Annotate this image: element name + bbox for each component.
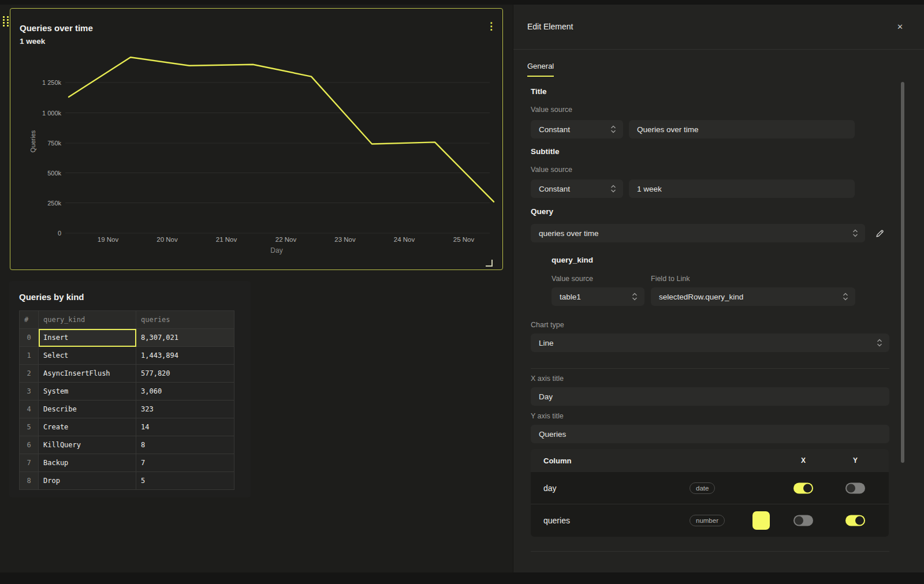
drag-handle-icon[interactable] <box>2 16 9 27</box>
x-tick-label: 21 Nov <box>208 235 245 244</box>
column-name: day <box>543 484 557 493</box>
x-tick-label: 24 Nov <box>386 235 423 244</box>
x-tick-label: 20 Nov <box>149 235 186 244</box>
x-tick-label: 22 Nov <box>267 235 304 244</box>
tab-general[interactable]: General <box>527 62 554 77</box>
queries-value-cell[interactable]: 323 <box>136 400 234 418</box>
query-kind-cell[interactable]: System <box>39 383 136 400</box>
queries-value-cell[interactable]: 8,307,021 <box>136 329 234 347</box>
subtitle-source-value: Constant <box>539 185 570 193</box>
query-select[interactable]: queries over time <box>531 224 865 242</box>
toggle-knob <box>795 516 803 525</box>
queries-value-cell[interactable]: 3,060 <box>136 383 234 400</box>
type-badge: number <box>690 515 725 526</box>
column-row-day: day date <box>531 472 889 504</box>
x-tick-label: 25 Nov <box>445 235 482 244</box>
row-index-cell: 1 <box>20 347 39 365</box>
column-header-label: Column <box>543 456 571 465</box>
value-source-label: Value source <box>531 165 572 174</box>
y-toggle[interactable] <box>845 515 865 526</box>
subtitle-source-select[interactable]: Constant <box>531 179 623 198</box>
query-kind-cell[interactable]: Insert <box>39 329 136 347</box>
toggle-knob <box>855 516 864 525</box>
table-column-header: query_kind <box>39 311 136 329</box>
table-row[interactable]: 5Create14 <box>20 418 234 436</box>
y-toggle[interactable] <box>845 482 865 493</box>
query-kind-source-select[interactable]: table1 <box>552 287 644 306</box>
chevron-updown-icon <box>610 185 616 193</box>
chart-type-label: Chart type <box>531 320 564 330</box>
y-axis-title-value: Queries <box>539 430 566 439</box>
queries-value-cell[interactable]: 5 <box>136 472 234 490</box>
field-to-link-value: selectedRow.query_kind <box>659 293 743 301</box>
row-index-cell: 3 <box>20 383 39 400</box>
y-axis-title-label: Y axis title <box>531 411 564 421</box>
x-toggle[interactable] <box>793 482 813 493</box>
x-axis-title-input[interactable]: Day <box>531 387 889 406</box>
close-icon[interactable]: ✕ <box>897 23 903 31</box>
table-row[interactable]: 1Select1,443,894 <box>20 347 234 365</box>
table-card-queries-by-kind[interactable]: Queries by kind #query_kindqueries 0Inse… <box>9 281 251 497</box>
field-to-link-label: Field to Link <box>651 274 690 283</box>
table-column-header: queries <box>136 311 234 329</box>
query-kind-cell[interactable]: Select <box>39 347 136 365</box>
title-value-input[interactable]: Queries over time <box>629 120 855 138</box>
chevron-updown-icon <box>843 293 848 301</box>
query-kind-cell[interactable]: KillQuery <box>39 436 136 454</box>
query-kind-cell[interactable]: Describe <box>39 400 136 418</box>
column-row-queries: queries number <box>531 504 889 537</box>
resize-handle-icon[interactable] <box>486 260 493 267</box>
table-row[interactable]: 8Drop5 <box>20 472 234 490</box>
y-tick-label: 1 000k <box>31 109 61 117</box>
row-index-cell: 7 <box>20 454 39 472</box>
x-toggle[interactable] <box>793 515 813 526</box>
edit-element-panel: Edit Element ✕ General Title Value sourc… <box>513 5 924 572</box>
chart-type-select[interactable]: Line <box>531 334 889 352</box>
table-row[interactable]: 4Describe323 <box>20 400 234 418</box>
queries-value-cell[interactable]: 7 <box>136 454 234 472</box>
query-kind-cell[interactable]: Drop <box>39 472 136 490</box>
edit-query-button[interactable] <box>873 226 886 240</box>
queries-value-cell[interactable]: 8 <box>136 436 234 454</box>
toggle-knob <box>803 484 812 492</box>
query-kind-cell[interactable]: Backup <box>39 454 136 472</box>
column-name: queries <box>543 516 570 525</box>
table-row[interactable]: 7Backup7 <box>20 454 234 472</box>
table-row[interactable]: 6KillQuery8 <box>20 436 234 454</box>
queries-value-cell[interactable]: 1,443,894 <box>136 347 234 365</box>
subtitle-value-text: 1 week <box>637 185 662 193</box>
section-heading-subtitle: Subtitle <box>531 147 560 156</box>
type-badge: date <box>690 482 715 494</box>
y-tick-label: 1 250k <box>31 78 61 87</box>
field-to-link-select[interactable]: selectedRow.query_kind <box>651 287 855 306</box>
subsection-heading-query-kind: query_kind <box>552 256 593 265</box>
table-header-row: #query_kindqueries <box>20 311 234 329</box>
y-tick-label: 0 <box>31 229 61 237</box>
series-color-swatch[interactable] <box>752 511 770 530</box>
queries-value-cell[interactable]: 14 <box>136 418 234 436</box>
panel-scrollbar[interactable] <box>901 82 904 463</box>
x-tick-label: 19 Nov <box>90 235 126 244</box>
panel-title: Edit Element <box>527 22 573 31</box>
table-row[interactable]: 3System3,060 <box>20 383 234 400</box>
row-index-cell: 8 <box>20 472 39 490</box>
chevron-updown-icon <box>852 229 858 237</box>
y-tick-label: 750k <box>31 139 61 147</box>
row-index-cell: 5 <box>20 418 39 436</box>
y-axis-title-input[interactable]: Queries <box>531 425 889 443</box>
value-source-label: Value source <box>552 274 593 283</box>
query-kind-cell[interactable]: AsyncInsertFlush <box>39 365 136 383</box>
row-index-cell: 6 <box>20 436 39 454</box>
subtitle-value-input[interactable]: 1 week <box>629 179 855 198</box>
section-heading-query: Query <box>531 207 553 216</box>
dashboard-app: ⋮ Queries over time 1 week Queries 1 250… <box>0 0 924 584</box>
table-row[interactable]: 2AsyncInsertFlush577,820 <box>20 365 234 383</box>
table-row[interactable]: 0Insert8,307,021 <box>20 329 234 347</box>
chart-card-queries-over-time[interactable]: ⋮ Queries over time 1 week Queries 1 250… <box>10 8 503 270</box>
query-kind-cell[interactable]: Create <box>39 418 136 436</box>
dashboard-canvas: ⋮ Queries over time 1 week Queries 1 250… <box>0 5 513 572</box>
queries-value-cell[interactable]: 577,820 <box>136 365 234 383</box>
title-source-select[interactable]: Constant <box>531 120 623 138</box>
pencil-icon <box>875 229 885 238</box>
title-value-text: Queries over time <box>637 125 699 134</box>
